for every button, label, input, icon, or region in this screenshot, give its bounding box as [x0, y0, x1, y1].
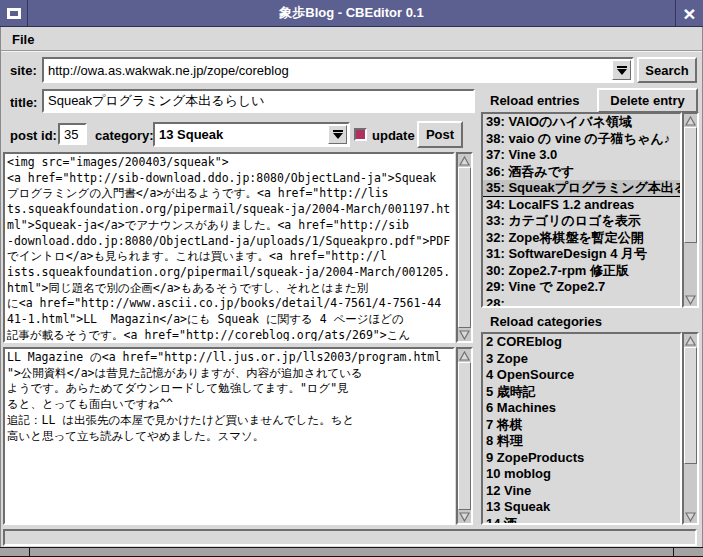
- scroll-up-icon[interactable]: [458, 349, 471, 362]
- site-combobox[interactable]: http://owa.as.wakwak.ne.jp/zope/coreblog: [42, 57, 634, 83]
- scroll-down-icon[interactable]: [458, 328, 471, 341]
- list-item[interactable]: 8 料理: [483, 433, 680, 450]
- list-item[interactable]: 4 OpenSource: [483, 367, 680, 384]
- list-item[interactable]: 34: LocalFS 1.2 andreas: [483, 197, 680, 214]
- category-combobox[interactable]: 13 Squeak: [153, 122, 350, 147]
- site-value: http://owa.as.wakwak.ne.jp/zope/coreblog: [48, 63, 289, 78]
- scrollbar-track[interactable]: [458, 167, 471, 328]
- list-item[interactable]: 13 Squeak: [483, 499, 680, 516]
- post-button[interactable]: Post: [417, 121, 463, 148]
- title-label: title:: [10, 95, 37, 110]
- comment-editor-scrollbar[interactable]: [456, 347, 473, 525]
- body-editor-scrollbar[interactable]: [456, 152, 473, 343]
- reload-entries-button[interactable]: Reload entries: [490, 93, 580, 108]
- title-bar[interactable]: 象歩Blog - CBEditor 0.1 ×: [0, 0, 703, 27]
- list-item[interactable]: 5 歳時記: [483, 384, 680, 401]
- categories-rows: 2 COREblog 3 Zope 4 OpenSource 5 歳時記 6 M…: [481, 332, 682, 525]
- update-checkbox[interactable]: [354, 128, 367, 141]
- scroll-up-icon[interactable]: [684, 114, 697, 127]
- resize-grip-right: [673, 548, 674, 556]
- list-item[interactable]: 29: Vine で Zope2.7: [483, 279, 680, 296]
- title-value: Squeakプログラミング本出るらしい: [48, 92, 264, 110]
- scroll-down-icon[interactable]: [684, 510, 697, 523]
- list-item[interactable]: 3 Zope: [483, 351, 680, 368]
- comment-editor-text: LL Magazine の<a href="http://ll.jus.or.j…: [5, 349, 453, 445]
- scroll-down-icon[interactable]: [458, 510, 471, 523]
- resize-grip-left: [29, 548, 30, 556]
- list-item[interactable]: 14 酒: [483, 516, 680, 526]
- comment-editor[interactable]: LL Magazine の<a href="http://ll.jus.or.j…: [3, 347, 455, 525]
- entries-rows: 39: VAIOのハイバネ領域 38: vaio の vine の子猫ちゃん♪ …: [481, 112, 682, 308]
- scrollbar-track[interactable]: [684, 347, 697, 510]
- scroll-up-icon[interactable]: [458, 154, 471, 167]
- close-button[interactable]: ×: [675, 0, 703, 26]
- category-value: 13 Squeak: [159, 127, 223, 142]
- scrollbar-thumb[interactable]: [684, 347, 697, 464]
- scrollbar-track[interactable]: [458, 362, 471, 510]
- list-item[interactable]: 2 COREblog: [483, 334, 680, 351]
- search-button[interactable]: Search: [637, 57, 697, 83]
- delete-entry-button[interactable]: Delete entry: [597, 88, 698, 113]
- list-item[interactable]: 7 将棋: [483, 417, 680, 434]
- close-icon: ×: [683, 3, 695, 24]
- scrollbar-thumb[interactable]: [684, 127, 697, 243]
- list-item[interactable]: 12 Vine: [483, 483, 680, 500]
- window-menu-button[interactable]: [0, 0, 28, 26]
- scrollbar-track[interactable]: [684, 127, 697, 293]
- status-bar: [3, 529, 697, 546]
- categories-list: 2 COREblog 3 Zope 4 OpenSource 5 歳時記 6 M…: [481, 332, 699, 525]
- scrollbar-thumb[interactable]: [458, 167, 471, 328]
- list-item[interactable]: 9 ZopeProducts: [483, 450, 680, 467]
- chevron-down-icon: [617, 66, 627, 75]
- scroll-down-icon[interactable]: [684, 293, 697, 306]
- body-editor[interactable]: <img src="images/200403/squeak"> <a href…: [3, 152, 455, 343]
- site-label: site:: [10, 63, 37, 78]
- scroll-up-icon[interactable]: [684, 334, 697, 347]
- entries-scrollbar[interactable]: [682, 112, 699, 308]
- window-menu-icon: [7, 8, 21, 19]
- window-title: 象歩Blog - CBEditor 0.1: [28, 0, 675, 26]
- list-item-selected[interactable]: 35: Squeakプログラミング本出るら: [483, 180, 680, 197]
- app-window: 象歩Blog - CBEditor 0.1 × File site: http:…: [0, 0, 703, 557]
- menu-bar: File: [1, 28, 702, 51]
- list-item[interactable]: 28:: [483, 296, 680, 309]
- list-item[interactable]: 39: VAIOのハイバネ領域: [483, 114, 680, 131]
- list-item[interactable]: 31: SoftwareDesign 4 月号: [483, 246, 680, 263]
- list-item[interactable]: 36: 酒呑みです: [483, 164, 680, 181]
- menu-file[interactable]: File: [12, 28, 34, 51]
- update-label: update: [372, 128, 415, 143]
- reload-categories-button[interactable]: Reload categories: [490, 314, 602, 329]
- post-id-label: post id:: [10, 128, 57, 143]
- list-item[interactable]: 10 moblog: [483, 466, 680, 483]
- chevron-down-icon: [333, 130, 343, 139]
- window-resize-bar[interactable]: [0, 547, 703, 557]
- body-editor-text: <img src="images/200403/squeak"> <a href…: [5, 154, 453, 343]
- entries-list: 39: VAIOのハイバネ領域 38: vaio の vine の子猫ちゃん♪ …: [481, 112, 699, 308]
- title-input[interactable]: Squeakプログラミング本出るらしい: [42, 89, 475, 113]
- list-item[interactable]: 6 Machines: [483, 400, 680, 417]
- categories-scrollbar[interactable]: [682, 332, 699, 525]
- category-dropdown-button[interactable]: [328, 125, 347, 144]
- category-label: category:: [95, 128, 154, 143]
- post-id-input[interactable]: 35: [58, 123, 87, 145]
- list-item[interactable]: 30: Zope2.7-rpm 修正版: [483, 263, 680, 280]
- scrollbar-thumb[interactable]: [458, 362, 471, 510]
- site-dropdown-button[interactable]: [612, 60, 631, 80]
- list-item[interactable]: 38: vaio の vine の子猫ちゃん♪: [483, 131, 680, 148]
- list-item[interactable]: 37: Vine 3.0: [483, 147, 680, 164]
- list-item[interactable]: 32: Zope将棋盤を暫定公開: [483, 230, 680, 247]
- list-item[interactable]: 33: カテゴリのロゴを表示: [483, 213, 680, 230]
